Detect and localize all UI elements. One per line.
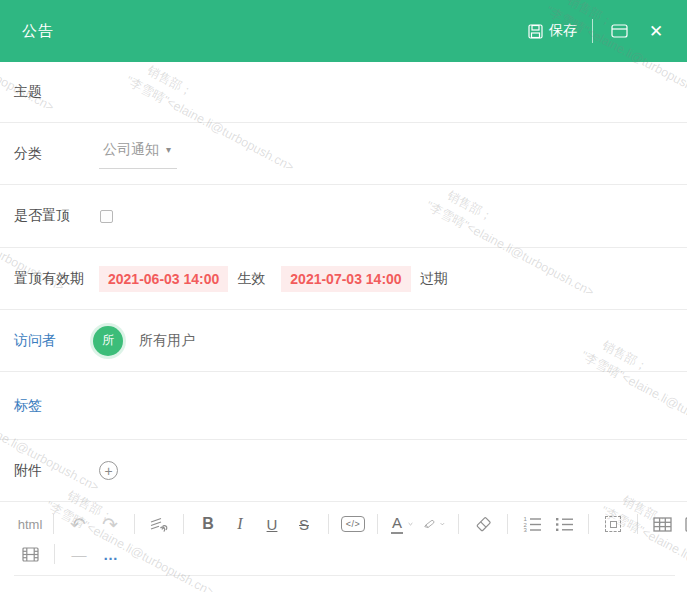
visitors-row: 访问者 所 所有用户 — [0, 310, 687, 372]
subject-row: 主题 — [0, 62, 687, 123]
visitor-value: 所有用户 — [139, 332, 195, 350]
add-attachment-button[interactable]: + — [99, 461, 118, 480]
toolbar-bottom-divider — [14, 575, 675, 576]
eraser-icon — [474, 516, 493, 532]
save-icon — [528, 24, 543, 39]
announcement-form: 主题 分类 公司通知 ▾ 是否置顶 置顶有效期 2021-06-03 14:00… — [0, 62, 687, 502]
unordered-list-icon — [555, 516, 574, 532]
pin-checkbox[interactable] — [100, 210, 113, 223]
link-icon — [149, 516, 169, 533]
attachments-label: 附件 — [14, 462, 99, 480]
indent-button[interactable] — [600, 510, 626, 538]
chevron-down-icon: ▾ — [166, 144, 171, 155]
chevron-down-icon — [440, 521, 445, 527]
italic-button[interactable]: I — [227, 510, 253, 538]
strikethrough-button[interactable]: S — [291, 510, 317, 538]
font-color-button[interactable]: A — [389, 510, 415, 538]
link-button[interactable] — [146, 510, 172, 538]
tags-row: 标签 — [0, 372, 687, 440]
close-button[interactable]: ✕ — [645, 20, 667, 42]
pin-start-suffix: 生效 — [237, 270, 265, 288]
subject-input[interactable] — [99, 72, 673, 112]
clear-format-button[interactable] — [470, 510, 496, 538]
save-button[interactable]: 保存 — [528, 22, 577, 40]
toolbar-row-2: — … — [14, 540, 675, 568]
visitors-label[interactable]: 访问者 — [14, 332, 99, 350]
more-button[interactable]: … — [98, 540, 124, 568]
unordered-list-button[interactable] — [551, 510, 577, 538]
underline-button[interactable]: U — [259, 510, 285, 538]
pin-start-date[interactable]: 2021-06-03 14:00 — [99, 266, 228, 292]
subject-label: 主题 — [14, 83, 99, 101]
bold-button[interactable]: B — [195, 510, 221, 538]
category-row: 分类 公司通知 ▾ — [0, 123, 687, 185]
code-icon: </> — [341, 516, 366, 532]
font-color-icon: A — [391, 514, 403, 533]
editor-toolbar: html ↶ ↷ B I U S </> A — [0, 502, 687, 576]
attachments-row: 附件 + — [0, 440, 687, 502]
close-icon: ✕ — [649, 23, 663, 40]
svg-text:3: 3 — [523, 527, 527, 532]
visitor-avatar[interactable]: 所 — [93, 326, 123, 356]
image-button[interactable] — [681, 510, 687, 538]
toolbar-row-1: html ↶ ↷ B I U S </> A — [14, 510, 675, 538]
maximize-icon — [611, 24, 628, 38]
html-mode-button[interactable]: html — [17, 510, 43, 538]
pin-end-date[interactable]: 2021-07-03 14:00 — [281, 266, 410, 292]
dialog-title: 公告 — [22, 22, 54, 41]
undo-button[interactable]: ↶ — [65, 510, 91, 538]
undo-icon: ↶ — [70, 513, 86, 536]
plus-icon: + — [104, 464, 112, 478]
highlight-button[interactable] — [421, 510, 447, 538]
indent-icon — [605, 516, 621, 532]
pin-period-row: 置顶有效期 2021-06-03 14:00 生效 2021-07-03 14:… — [0, 248, 687, 310]
chevron-down-icon — [408, 521, 413, 527]
pin-period-label: 置顶有效期 — [14, 270, 99, 288]
ordered-list-icon: 1 2 3 — [523, 516, 542, 532]
video-button[interactable] — [17, 540, 43, 568]
category-value: 公司通知 — [103, 141, 159, 159]
redo-button[interactable]: ↷ — [97, 510, 123, 538]
titlebar-actions: 保存 ✕ — [528, 19, 667, 43]
titlebar-divider — [592, 19, 593, 43]
category-label: 分类 — [14, 145, 99, 163]
save-label: 保存 — [549, 22, 577, 40]
dialog-titlebar: 公告 保存 ✕ — [0, 0, 687, 62]
code-button[interactable]: </> — [340, 510, 366, 538]
redo-icon: ↷ — [102, 513, 118, 536]
table-button[interactable] — [649, 510, 675, 538]
ordered-list-button[interactable]: 1 2 3 — [519, 510, 545, 538]
maximize-button[interactable] — [608, 20, 630, 42]
category-select[interactable]: 公司通知 ▾ — [99, 139, 177, 169]
horizontal-rule-button[interactable]: — — [66, 540, 92, 568]
pin-end-suffix: 过期 — [420, 270, 448, 288]
pin-row: 是否置顶 — [0, 185, 687, 248]
tags-label[interactable]: 标签 — [14, 397, 99, 415]
highlighter-icon — [423, 516, 435, 532]
pin-label: 是否置顶 — [14, 207, 99, 225]
table-icon — [653, 517, 672, 532]
video-icon — [22, 547, 39, 562]
